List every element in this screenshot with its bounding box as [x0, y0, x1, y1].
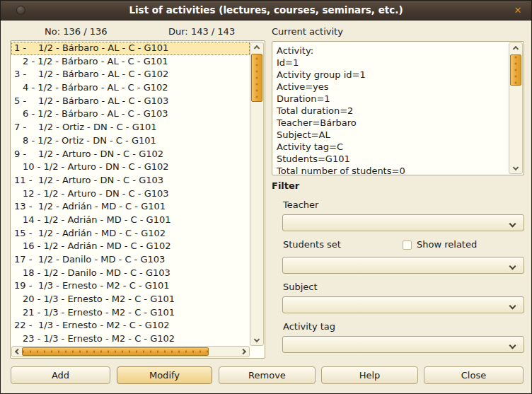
activity-row[interactable]: 16 - 1/2 - Adrián - MD - C - G102: [11, 240, 250, 253]
scroll-down-icon[interactable]: [252, 335, 262, 345]
current-activity-line: Activity:: [277, 45, 506, 57]
activity-row[interactable]: 6 - 1/2 - Bárbaro - AL - C - G103: [11, 108, 250, 121]
scroll-thumb[interactable]: [251, 54, 262, 102]
current-activity-line: Total duration=2: [277, 105, 506, 117]
scroll-down-icon[interactable]: [511, 163, 521, 173]
activity-list-viewport: 1 -1/2 - Bárbaro - AL - C - G1012 - 1/2 …: [11, 42, 250, 346]
filter-section-title: Filter: [272, 180, 299, 191]
add-button[interactable]: Add: [11, 366, 110, 384]
scroll-thumb[interactable]: [22, 347, 209, 356]
activity-row[interactable]: 13 -1/2 - Adrián - MD - C - G101: [11, 200, 250, 214]
activity-row[interactable]: 10 - 1/2 - Arturo - DN - C - G102: [11, 161, 250, 174]
chevron-down-icon: [509, 342, 516, 349]
current-activity-text: Activity:Id=1Activity group id=1Active=y…: [273, 42, 509, 174]
activity-row[interactable]: 21 - 1/3 - Ernesto - M2 - C - G101: [11, 306, 250, 320]
activity-tag-label: Activity tag: [283, 321, 335, 332]
activity-tag-combobox[interactable]: [282, 336, 524, 353]
activities-list: 1 -1/2 - Bárbaro - AL - C - G1012 - 1/2 …: [10, 40, 265, 359]
show-related-label: Show related: [417, 239, 477, 250]
activity-row[interactable]: 11 -1/2 - Arturo - DN - C - G103: [11, 174, 250, 187]
scroll-up-icon[interactable]: [511, 43, 521, 53]
scroll-up-icon[interactable]: [252, 42, 262, 52]
remove-button[interactable]: Remove: [219, 366, 316, 384]
details-vertical-scrollbar[interactable]: [509, 42, 523, 174]
help-button[interactable]: Help: [321, 366, 418, 384]
activity-row[interactable]: 9 -1/2 - Arturo - DN - C - G102: [11, 148, 250, 161]
scroll-track[interactable]: [509, 42, 523, 174]
show-related-checkbox[interactable]: [403, 241, 412, 250]
close-icon[interactable]: ✕: [511, 4, 524, 17]
activities-count-label: No: 136 / 136: [45, 26, 107, 37]
scroll-left-icon[interactable]: [12, 347, 22, 357]
activity-row[interactable]: 2 - 1/2 - Bárbaro - AL - C - G101: [11, 55, 250, 69]
chevron-down-icon: [509, 263, 516, 270]
current-activity-line: Teacher=Bárbaro: [277, 117, 506, 129]
titlebar[interactable]: List of activities (lectures, courses, s…: [1, 1, 531, 21]
current-activity-line: Total number of students=0: [277, 165, 506, 174]
close-button[interactable]: Close: [424, 366, 524, 384]
list-horizontal-scrollbar[interactable]: [11, 346, 250, 357]
scroll-right-icon[interactable]: [239, 347, 249, 357]
activity-row[interactable]: 1 -1/2 - Bárbaro - AL - C - G101: [11, 42, 250, 55]
activity-row[interactable]: 7 -1/2 - Ortiz - DN - C - G101: [11, 121, 250, 134]
activities-dialog: List of activities (lectures, courses, s…: [0, 0, 532, 394]
list-vertical-scrollbar[interactable]: [250, 42, 264, 346]
activity-row[interactable]: 19 -1/3 - Ernesto - M2 - C - G101: [11, 279, 250, 293]
scroll-track[interactable]: [250, 42, 264, 346]
current-activity-panel: Activity:Id=1Activity group id=1Active=y…: [272, 41, 524, 175]
current-activity-line: Students=G101: [277, 153, 506, 165]
activity-row[interactable]: 22 -1/3 - Ernesto - M2 - C - G102: [11, 319, 250, 332]
current-activity-line: Activity tag=C: [277, 141, 506, 153]
activity-row[interactable]: 8 - 1/2 - Ortiz - DN - C - G101: [11, 134, 250, 148]
window-title: List of activities (lectures, courses, s…: [29, 4, 503, 16]
activity-row[interactable]: 14 - 1/2 - Adrián - MD - C - G101: [11, 214, 250, 227]
activity-row[interactable]: 3 -1/2 - Bárbaro - AL - C - G102: [11, 68, 250, 81]
scroll-thumb[interactable]: [510, 54, 521, 86]
current-activity-line: Duration=1: [277, 93, 506, 105]
chevron-down-icon: [509, 303, 516, 310]
modify-button[interactable]: Modify: [117, 366, 212, 384]
activity-row[interactable]: 17 -1/2 - Danilo - MD - C - G103: [11, 253, 250, 267]
activity-row[interactable]: 23 - 1/3 - Ernesto - M2 - C - G102: [11, 332, 250, 346]
chevron-down-icon: [509, 221, 516, 228]
teacher-combobox[interactable]: [282, 214, 524, 231]
current-activity-label: Current activity: [272, 26, 343, 37]
activity-row[interactable]: 18 - 1/2 - Danilo - MD - C - G103: [11, 267, 250, 280]
activity-row[interactable]: 5 -1/2 - Bárbaro - AL - C - G103: [11, 95, 250, 108]
activities-duration-label: Dur: 143 / 143: [168, 26, 235, 37]
activity-row[interactable]: 15 -1/2 - Adrián - MD - C - G102: [11, 227, 250, 241]
current-activity-line: Active=yes: [277, 81, 506, 93]
current-activity-line: Id=1: [277, 57, 506, 69]
activity-row[interactable]: 12 - 1/2 - Arturo - DN - C - G103: [11, 187, 250, 201]
students-set-label: Students set: [283, 239, 341, 250]
subject-label: Subject: [283, 282, 318, 292]
scroll-track[interactable]: [11, 346, 250, 357]
window-icon: [16, 6, 25, 15]
activity-row[interactable]: 4 - 1/2 - Bárbaro - AL - C - G102: [11, 81, 250, 95]
current-activity-line: Activity group id=1: [277, 69, 506, 81]
teacher-label: Teacher: [283, 199, 318, 210]
students-set-combobox[interactable]: [282, 257, 524, 274]
activity-row[interactable]: 20 - 1/3 - Ernesto - M2 - C - G101: [11, 293, 250, 306]
subject-combobox[interactable]: [282, 296, 524, 313]
current-activity-line: Subject=AL: [277, 129, 506, 141]
